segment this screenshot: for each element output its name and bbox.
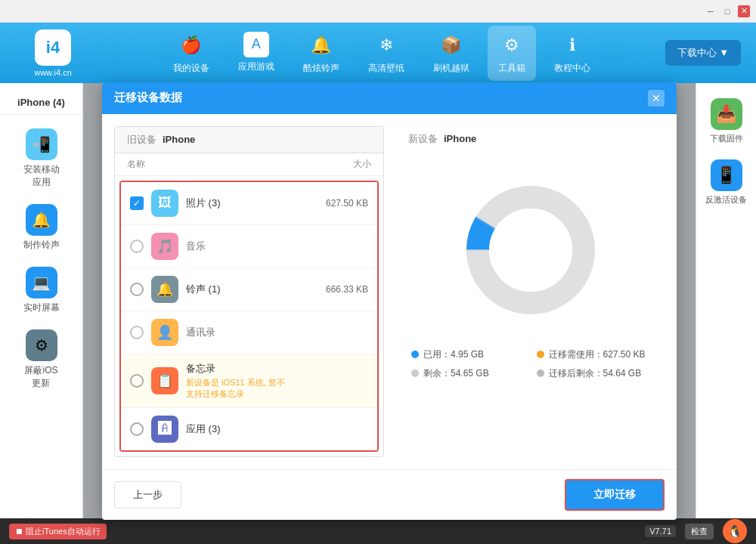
nav-app-game-icon: A xyxy=(243,32,269,57)
status-left: ⏹ 阻止iTunes自动运行 xyxy=(9,524,107,539)
legend-after-transfer-dot xyxy=(537,369,544,377)
new-device-label: 新设备 xyxy=(408,132,438,146)
data-item-notes: 📋 备忘录 新设备是 iOS11 系统, 暂不支持迁移备忘录 xyxy=(121,354,377,408)
status-right: V7.71 检查 🐧 xyxy=(645,519,747,543)
apps-icon: 🅰 xyxy=(151,416,178,443)
legend-transfer-need-label: 迁移需使用：627.50 KB xyxy=(549,348,646,361)
ringtone-label: 铃声 (1) xyxy=(186,283,293,296)
nav-toolbox-label: 工具箱 xyxy=(498,62,525,75)
data-item-ringtone: 🔔 铃声 (1) 666.33 KB xyxy=(121,268,377,311)
download-firmware-label: 下载固件 xyxy=(710,133,743,144)
top-nav: i4 www.i4.cn 🍎 我的设备 A 应用游戏 🔔 酷炫铃声 ❄ 高清壁纸… xyxy=(0,23,756,83)
sidebar-install-app-label: 安装移动应用 xyxy=(23,163,60,189)
contacts-radio[interactable] xyxy=(130,326,144,339)
sidebar-ringtone-label: 制作铃声 xyxy=(23,239,60,252)
nav-app-game-label: 应用游戏 xyxy=(238,60,274,73)
nav-ringtone[interactable]: 🔔 酷炫铃声 xyxy=(293,26,350,81)
ringtone-radio[interactable] xyxy=(130,283,144,296)
sidebar-install-app-icon: 📲 xyxy=(26,128,57,160)
right-item-anti-activate[interactable]: 📱 反激活设备 xyxy=(705,159,747,206)
nav-items: 🍎 我的设备 A 应用游戏 🔔 酷炫铃声 ❄ 高清壁纸 📦 刷机越狱 ⚙ 工具箱… xyxy=(98,26,665,81)
nav-jailbreak-icon: 📦 xyxy=(438,32,465,59)
minimize-button[interactable]: ─ xyxy=(705,5,717,17)
donut-chart xyxy=(455,175,606,326)
notes-label: 备忘录 xyxy=(186,362,293,376)
legend-remaining-dot xyxy=(411,369,419,377)
check-update-button[interactable]: 检查 xyxy=(685,524,714,539)
notes-icon: 📋 xyxy=(151,367,178,394)
logo-area: i4 www.i4.cn xyxy=(8,29,98,77)
modal-dialog: 迁移设备数据 ✕ 旧设备 iPhone 名称 大小 xyxy=(102,82,677,520)
music-radio[interactable] xyxy=(130,240,144,253)
stop-itunes-button[interactable]: ⏹ 阻止iTunes自动运行 xyxy=(9,524,107,539)
contacts-label: 通讯录 xyxy=(186,326,293,339)
data-list: ✓ 🖼 照片 (3) 627.50 KB 🎵 音乐 xyxy=(119,181,379,452)
ringtone-size: 666.33 KB xyxy=(300,284,368,295)
logo-url: www.i4.cn xyxy=(34,68,72,77)
modal-close-button[interactable]: ✕ xyxy=(648,90,665,107)
nav-tutorial-icon: ℹ xyxy=(559,32,586,59)
nav-ringtone-icon: 🔔 xyxy=(308,32,335,59)
prev-step-button[interactable]: 上一步 xyxy=(114,481,181,508)
col-size-header: 大小 xyxy=(303,158,371,171)
download-center-button[interactable]: 下载中心 ▼ xyxy=(665,40,741,66)
anti-activate-label: 反激活设备 xyxy=(705,194,747,206)
close-button[interactable]: ✕ xyxy=(738,5,750,17)
migrate-button[interactable]: 立即迁移 xyxy=(565,479,665,511)
sidebar-item-block-update[interactable]: ⚙ 屏蔽iOS更新 xyxy=(9,323,74,396)
modal-body: 旧设备 iPhone 名称 大小 ✓ 🖼 照片 (3) xyxy=(102,114,677,469)
anti-activate-icon: 📱 xyxy=(711,159,742,191)
maximize-button[interactable]: □ xyxy=(721,5,733,17)
modal-overlay: 迁移设备数据 ✕ 旧设备 iPhone 名称 大小 xyxy=(83,83,696,518)
sidebar-device-label: iPhone (4) xyxy=(0,91,82,115)
sidebar-item-ringtone-make[interactable]: 🔔 制作铃声 xyxy=(9,198,74,258)
data-item-apps: 🅰 应用 (3) xyxy=(121,408,377,450)
chart-legend: 已用：4.95 GB 迁移需使用：627.50 KB 剩余：54.65 GB xyxy=(396,348,665,380)
sidebar-block-update-icon: ⚙ xyxy=(26,329,57,361)
content-area: 迁移设备数据 ✕ 旧设备 iPhone 名称 大小 xyxy=(83,83,696,518)
new-device-header: 新设备 iPhone xyxy=(396,126,665,152)
legend-remaining-label: 剩余：54.65 GB xyxy=(423,367,489,380)
notes-radio[interactable] xyxy=(130,374,144,388)
nav-app-game[interactable]: A 应用游戏 xyxy=(228,26,285,81)
table-header: 名称 大小 xyxy=(115,153,383,176)
photos-checkbox[interactable]: ✓ xyxy=(130,196,144,210)
legend-after-transfer: 迁移后剩余：54.64 GB xyxy=(537,367,650,380)
apps-radio[interactable] xyxy=(130,422,144,436)
col-name-header: 名称 xyxy=(127,158,303,171)
music-label: 音乐 xyxy=(186,240,293,253)
nav-wallpaper-icon: ❄ xyxy=(373,32,400,59)
music-icon: 🎵 xyxy=(151,233,178,260)
sidebar-item-screen[interactable]: 💻 实时屏幕 xyxy=(9,261,74,320)
modal-title: 迁移设备数据 xyxy=(114,91,182,105)
nav-jailbreak-label: 刷机越狱 xyxy=(433,62,469,75)
nav-toolbox[interactable]: ⚙ 工具箱 xyxy=(488,26,536,81)
svg-point-3 xyxy=(489,209,572,292)
data-item-photos: ✓ 🖼 照片 (3) 627.50 KB xyxy=(121,182,377,225)
right-sidebar: 📥 下载固件 📱 反激活设备 xyxy=(696,83,756,518)
legend-remaining: 剩余：54.65 GB xyxy=(411,367,525,380)
nav-jailbreak[interactable]: 📦 刷机越狱 xyxy=(423,26,480,81)
nav-tutorial[interactable]: ℹ 教程中心 xyxy=(544,26,601,81)
status-bar: ⏹ 阻止iTunes自动运行 V7.71 检查 🐧 xyxy=(0,518,756,544)
photos-label: 照片 (3) xyxy=(186,196,293,210)
old-device-label: 旧设备 xyxy=(127,133,156,147)
nav-wallpaper[interactable]: ❄ 高清壁纸 xyxy=(358,26,415,81)
old-device-panel: 旧设备 iPhone 名称 大小 ✓ 🖼 照片 (3) xyxy=(114,126,384,457)
donut-chart-container xyxy=(396,159,665,341)
nav-my-device-icon: 🍎 xyxy=(178,32,205,59)
sidebar-ringtone-icon: 🔔 xyxy=(26,204,57,236)
ringtone-icon: 🔔 xyxy=(151,276,178,303)
stop-icon: ⏹ xyxy=(15,527,23,536)
version-badge: V7.71 xyxy=(645,525,676,537)
mascot-icon: 🐧 xyxy=(723,519,747,543)
nav-my-device[interactable]: 🍎 我的设备 xyxy=(163,26,220,81)
apps-label: 应用 (3) xyxy=(186,422,293,436)
sidebar-screen-label: 实时屏幕 xyxy=(23,301,60,314)
main-area: iPhone (4) 📲 安装移动应用 🔔 制作铃声 💻 实时屏幕 ⚙ 屏蔽iO… xyxy=(0,83,756,518)
nav-toolbox-icon: ⚙ xyxy=(498,32,525,59)
sidebar-item-install-app[interactable]: 📲 安装移动应用 xyxy=(9,122,74,195)
legend-transfer-need-dot xyxy=(537,351,544,358)
right-item-download-firmware[interactable]: 📥 下载固件 xyxy=(710,98,743,144)
new-device-value: iPhone xyxy=(444,133,476,144)
